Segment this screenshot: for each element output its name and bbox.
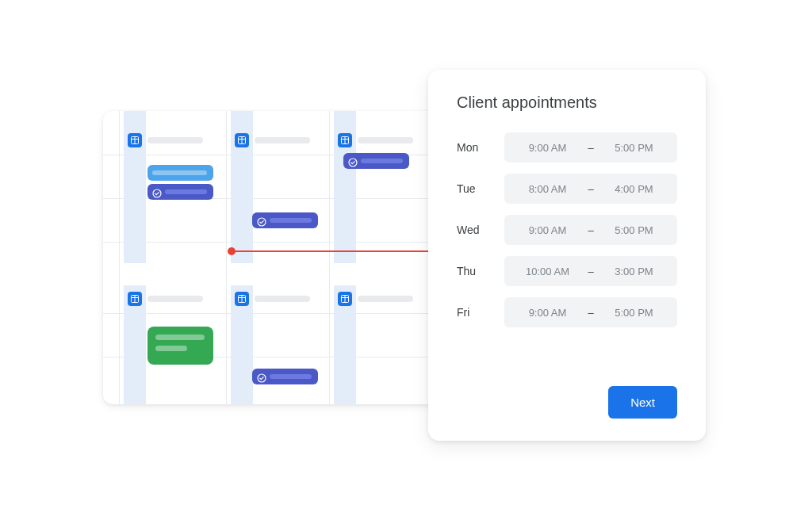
- calendar-event-block[interactable]: [147, 327, 213, 365]
- panel-title: Client appointments: [457, 94, 677, 112]
- grid-line: [103, 242, 444, 243]
- svg-point-19: [258, 218, 266, 226]
- start-time: 9:00 AM: [512, 307, 583, 319]
- schedule-row: Fri 9:00 AM – 5:00 PM: [457, 297, 677, 327]
- start-time: 10:00 AM: [512, 266, 583, 277]
- grid-calendar-icon: [128, 292, 142, 306]
- time-range-input[interactable]: 10:00 AM – 3:00 PM: [504, 256, 677, 286]
- day-label-placeholder: [358, 137, 413, 143]
- calendar-event[interactable]: [147, 184, 213, 200]
- time-range-input[interactable]: 8:00 AM – 4:00 PM: [504, 174, 677, 204]
- time-range-input[interactable]: 9:00 AM – 5:00 PM: [504, 132, 677, 162]
- grid-calendar-icon: [235, 292, 249, 306]
- grid-calendar-icon: [235, 133, 249, 147]
- schedule-row: Tue 8:00 AM – 4:00 PM: [457, 174, 677, 204]
- time-separator: –: [583, 307, 599, 319]
- day-label-placeholder: [147, 137, 203, 143]
- grid-line: [119, 111, 120, 404]
- schedule-row: Wed 9:00 AM – 5:00 PM: [457, 215, 677, 245]
- svg-point-18: [153, 189, 161, 197]
- start-time: 9:00 AM: [512, 142, 583, 154]
- schedule-row: Thu 10:00 AM – 3:00 PM: [457, 256, 677, 286]
- time-separator: –: [583, 183, 599, 195]
- next-button[interactable]: Next: [608, 386, 677, 419]
- end-time: 5:00 PM: [599, 307, 669, 319]
- time-range-input[interactable]: 9:00 AM – 5:00 PM: [504, 215, 677, 245]
- day-label-placeholder: [358, 296, 413, 302]
- schedule-row: Mon 9:00 AM – 5:00 PM: [457, 132, 677, 162]
- current-time-line: [232, 250, 432, 252]
- calendar-event[interactable]: [252, 212, 318, 228]
- schedule-day-label: Thu: [457, 265, 495, 277]
- schedule-day-label: Mon: [457, 141, 495, 154]
- end-time: 4:00 PM: [599, 183, 669, 195]
- check-circle-icon: [348, 156, 358, 166]
- event-line: [155, 346, 187, 351]
- grid-calendar-icon: [338, 292, 352, 306]
- appointments-panel: Client appointments Mon 9:00 AM – 5:00 P…: [428, 70, 706, 441]
- svg-point-21: [258, 374, 266, 382]
- check-circle-icon: [257, 216, 266, 225]
- day-label-placeholder: [255, 296, 310, 302]
- schedule-day-label: Tue: [457, 182, 495, 195]
- svg-point-20: [349, 159, 357, 166]
- calendar-grid: [103, 111, 444, 404]
- time-range-input[interactable]: 9:00 AM – 5:00 PM: [504, 297, 677, 327]
- start-time: 9:00 AM: [512, 224, 583, 236]
- time-separator: –: [583, 142, 599, 154]
- schedule-day-label: Fri: [457, 306, 495, 319]
- grid-line: [103, 313, 444, 314]
- end-time: 3:00 PM: [599, 266, 669, 277]
- calendar-event[interactable]: [147, 165, 213, 181]
- schedule-day-label: Wed: [457, 224, 495, 236]
- end-time: 5:00 PM: [599, 224, 669, 236]
- calendar-event[interactable]: [252, 369, 318, 384]
- day-label-placeholder: [147, 296, 203, 302]
- grid-line: [329, 111, 330, 404]
- calendar-event[interactable]: [343, 153, 409, 169]
- check-circle-icon: [152, 187, 162, 197]
- start-time: 8:00 AM: [512, 183, 583, 195]
- time-separator: –: [583, 266, 599, 277]
- grid-calendar-icon: [338, 133, 352, 147]
- check-circle-icon: [257, 372, 266, 381]
- event-line: [155, 335, 205, 340]
- end-time: 5:00 PM: [599, 142, 669, 154]
- day-label-placeholder: [255, 137, 310, 143]
- calendar-preview: [103, 111, 444, 404]
- grid-calendar-icon: [128, 133, 142, 147]
- grid-line: [226, 111, 227, 404]
- time-separator: –: [583, 224, 599, 236]
